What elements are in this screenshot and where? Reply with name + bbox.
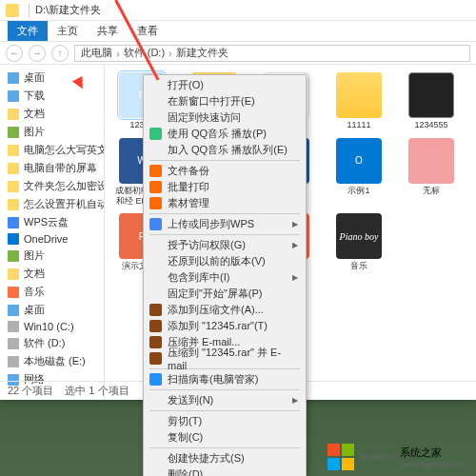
sidebar-label: OneDrive bbox=[24, 233, 68, 245]
sidebar-icon bbox=[8, 233, 19, 245]
file-icon: O bbox=[336, 138, 382, 184]
menu-item-icon bbox=[149, 373, 162, 386]
sidebar-icon bbox=[8, 127, 19, 138]
sidebar-label: 桌面 bbox=[24, 70, 45, 85]
sidebar-item[interactable]: 文档 bbox=[0, 105, 104, 123]
selected-count: 选中 1 个项目 bbox=[65, 384, 129, 398]
forward-button[interactable]: → bbox=[29, 45, 46, 62]
sidebar-label: Win10 (C:) bbox=[24, 321, 74, 332]
menu-item-icon bbox=[149, 415, 162, 427]
menu-item-label: 发送到(N) bbox=[168, 393, 213, 407]
breadcrumb-part[interactable]: 新建文件夹 bbox=[176, 46, 228, 60]
context-menu-item[interactable]: 剪切(T) bbox=[144, 413, 306, 429]
context-menu-item[interactable]: 添加到 "12345.rar"(T) bbox=[144, 318, 306, 334]
context-menu-item[interactable]: 批量打印 bbox=[144, 179, 306, 195]
context-menu-item[interactable]: 还原到以前的版本(V) bbox=[144, 253, 306, 269]
context-menu-item[interactable]: 打开(O) bbox=[144, 77, 306, 93]
sidebar-item[interactable]: OneDrive bbox=[0, 231, 104, 247]
menu-item-label: 添加到压缩文件(A)... bbox=[168, 303, 264, 317]
tab-home[interactable]: 主页 bbox=[48, 21, 88, 41]
sidebar-label: 文件夹怎么加密设 bbox=[24, 179, 105, 193]
sidebar-item[interactable]: 电脑自带的屏幕 bbox=[0, 159, 104, 177]
sidebar-label: 电脑自带的屏幕 bbox=[24, 161, 97, 175]
menu-item-icon bbox=[149, 165, 162, 177]
sidebar-label: 桌面 bbox=[24, 303, 45, 317]
context-menu-item[interactable]: 包含到库中(I)▶ bbox=[144, 269, 306, 286]
menu-item-icon bbox=[149, 431, 162, 444]
menu-item-icon bbox=[149, 255, 162, 268]
sidebar-item[interactable]: 本地磁盘 (E:) bbox=[0, 352, 104, 370]
sidebar-item[interactable]: 下载 bbox=[0, 87, 104, 105]
menu-item-label: 创建快捷方式(S) bbox=[168, 451, 245, 466]
menu-item-icon bbox=[149, 271, 162, 284]
context-menu-item[interactable]: 固定到快速访问 bbox=[144, 109, 306, 126]
sidebar-icon bbox=[8, 338, 19, 349]
sidebar-icon bbox=[8, 199, 19, 210]
context-menu-item[interactable]: 创建快捷方式(S) bbox=[144, 450, 306, 466]
menu-item-icon bbox=[149, 95, 162, 108]
context-menu-item[interactable]: 上传或同步到WPS▶ bbox=[144, 216, 306, 232]
sidebar-item[interactable]: WPS云盘 bbox=[0, 213, 104, 231]
sidebar-item[interactable]: 桌面 bbox=[0, 301, 104, 319]
sidebar-icon bbox=[8, 90, 19, 102]
context-menu-item[interactable]: 压缩到 "12345.rar" 并 E-mail bbox=[144, 350, 306, 367]
tab-file[interactable]: 文件 bbox=[8, 21, 48, 41]
sidebar-item[interactable]: 文档 bbox=[0, 265, 104, 283]
sidebar-item[interactable]: 软件 (D:) bbox=[0, 334, 104, 352]
sidebar-item[interactable]: 电脑怎么大写英文 bbox=[0, 141, 104, 159]
sidebar-item[interactable]: 音乐 bbox=[0, 283, 104, 301]
menu-item-icon bbox=[149, 304, 162, 316]
tab-share[interactable]: 共享 bbox=[88, 21, 128, 41]
context-menu-item[interactable]: 扫描病毒(电脑管家) bbox=[144, 371, 306, 387]
menu-item-label: 扫描病毒(电脑管家) bbox=[168, 372, 258, 387]
folder-icon bbox=[6, 4, 19, 17]
menu-item-label: 打开(O) bbox=[168, 78, 204, 92]
context-menu-item[interactable]: 素材管理 bbox=[144, 195, 306, 211]
context-menu-item[interactable]: 在新窗口中打开(E) bbox=[144, 93, 306, 109]
menu-item-icon bbox=[149, 336, 162, 348]
context-menu-item[interactable]: 授予访问权限(G)▶ bbox=[144, 237, 306, 253]
context-menu-item[interactable]: 固定到"开始"屏幕(P) bbox=[144, 286, 306, 302]
sidebar-item[interactable]: 图片 bbox=[0, 123, 104, 141]
tab-view[interactable]: 查看 bbox=[128, 21, 168, 41]
breadcrumb-part[interactable]: 软件 (D:) bbox=[124, 46, 165, 60]
menu-item-icon bbox=[149, 128, 162, 140]
sidebar-icon bbox=[8, 305, 19, 316]
context-menu-item[interactable]: 复制(C) bbox=[144, 429, 306, 446]
sidebar-label: WPS云盘 bbox=[24, 215, 69, 229]
up-button[interactable]: ↑ bbox=[51, 45, 69, 62]
watermark-brand: Windows bbox=[360, 452, 395, 462]
context-menu-item[interactable]: 删除(D) bbox=[144, 466, 306, 476]
menu-item-label: 加入 QQ音乐 播放队列(E) bbox=[168, 143, 288, 157]
menu-item-icon bbox=[149, 197, 162, 209]
breadcrumb[interactable]: 此电脑› 软件 (D:)› 新建文件夹 bbox=[74, 45, 470, 62]
file-item[interactable]: 11111 bbox=[329, 72, 388, 130]
context-menu-item[interactable]: 发送到(N)▶ bbox=[144, 392, 306, 408]
context-menu-item[interactable]: 加入 QQ音乐 播放队列(E) bbox=[144, 142, 306, 158]
sidebar-item[interactable]: 怎么设置开机自动启 bbox=[0, 195, 104, 213]
file-item[interactable]: 无标 bbox=[402, 138, 461, 207]
file-label: 无标 bbox=[423, 186, 440, 196]
context-menu-item[interactable]: 使用 QQ音乐 播放(P) bbox=[144, 126, 306, 142]
file-item[interactable]: 1234555 bbox=[402, 72, 461, 130]
sidebar-label: 软件 (D:) bbox=[24, 336, 65, 350]
file-item[interactable]: O示例1 bbox=[329, 138, 388, 207]
menu-item-label: 添加到 "12345.rar"(T) bbox=[168, 319, 268, 333]
menu-item-icon bbox=[149, 218, 162, 230]
sidebar-item[interactable]: 桌面 bbox=[0, 69, 104, 87]
sidebar-item[interactable]: Win10 (C:) bbox=[0, 319, 104, 334]
back-button[interactable]: ← bbox=[6, 45, 23, 62]
sidebar-item[interactable]: 文件夹怎么加密设 bbox=[0, 177, 104, 195]
watermark-url: www.bjjmmc.com bbox=[400, 460, 466, 469]
watermark: Windows 系统之家 www.bjjmmc.com bbox=[327, 444, 466, 470]
context-menu-item[interactable]: 添加到压缩文件(A)... bbox=[144, 302, 306, 318]
file-item[interactable]: Piano boy音乐 bbox=[329, 213, 388, 271]
windows-logo-icon bbox=[327, 444, 354, 470]
breadcrumb-part[interactable]: 此电脑 bbox=[81, 46, 112, 60]
sidebar: 桌面下载文档图片电脑怎么大写英文电脑自带的屏幕文件夹怎么加密设怎么设置开机自动启… bbox=[0, 65, 105, 400]
menu-item-icon bbox=[149, 320, 162, 332]
context-menu-item[interactable]: 文件备份 bbox=[144, 163, 306, 179]
sidebar-item[interactable]: 图片 bbox=[0, 247, 104, 265]
ribbon-tabs: 文件 主页 共享 查看 bbox=[0, 21, 476, 42]
menu-item-icon bbox=[149, 79, 162, 91]
